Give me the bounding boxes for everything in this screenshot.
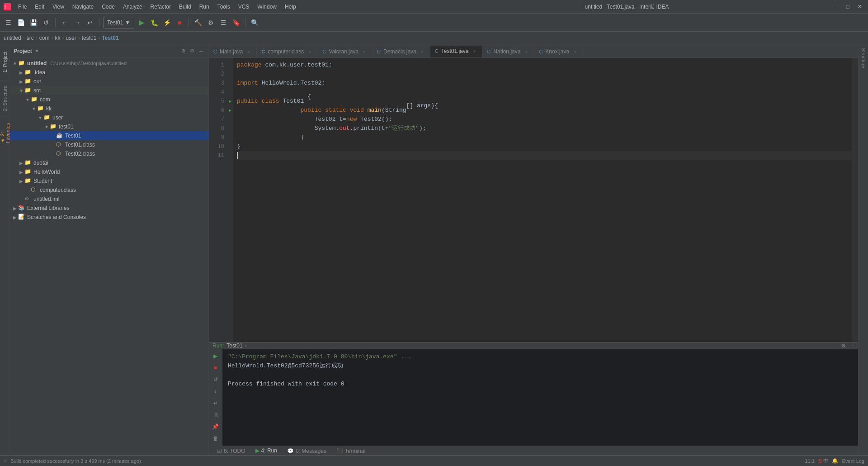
tree-student[interactable]: ▶ 📁 Student bbox=[10, 176, 208, 185]
collapse-icon[interactable]: ─ bbox=[198, 48, 205, 55]
run-rerun-btn[interactable]: ↺ bbox=[211, 375, 220, 384]
menu-analyze[interactable]: Analyze bbox=[119, 3, 146, 11]
gutter-5[interactable]: ▶ bbox=[227, 97, 233, 106]
tree-duotai[interactable]: ▶ 📁 duotai bbox=[10, 158, 208, 167]
menu-refactor[interactable]: Refactor bbox=[147, 3, 175, 11]
debug-button[interactable]: 🐛 bbox=[149, 17, 160, 28]
encoding-indicator[interactable]: S 中 bbox=[818, 457, 829, 464]
run-with-coverage-button[interactable]: ⚡ bbox=[161, 17, 172, 28]
run-pin-btn[interactable]: 📌 bbox=[211, 422, 220, 431]
tab-main-java[interactable]: C Main.java × bbox=[209, 46, 257, 57]
tree-src[interactable]: ▼ 📁 src bbox=[10, 86, 208, 95]
tree-test01-folder[interactable]: ▼ 📁 test01 bbox=[10, 122, 208, 131]
tree-out[interactable]: ▶ 📁 out bbox=[10, 77, 208, 86]
run-play-btn[interactable]: ▶ bbox=[211, 352, 220, 361]
run-scroll-down-btn[interactable]: ↓ bbox=[211, 387, 220, 396]
stop-button[interactable]: ■ bbox=[174, 17, 185, 28]
run-arrow-5[interactable]: ▶ bbox=[229, 99, 231, 104]
tab-structure[interactable]: 2: Structure bbox=[0, 81, 9, 117]
tab-demacia-java[interactable]: C Demacia.java × bbox=[373, 46, 430, 57]
close-nation-java[interactable]: × bbox=[523, 48, 529, 55]
tab-nation-java[interactable]: C Nation.java × bbox=[482, 46, 534, 57]
breadcrumb-src[interactable]: src bbox=[27, 35, 34, 41]
event-log[interactable]: Event Log bbox=[842, 458, 864, 464]
close-valoran-java[interactable]: × bbox=[361, 48, 368, 55]
bottom-tab-run[interactable]: ▶ 4: Run bbox=[251, 446, 282, 455]
tree-helloworld[interactable]: ▶ 📁 HelloWorld bbox=[10, 167, 208, 176]
breadcrumb-com[interactable]: com bbox=[39, 35, 50, 41]
bottom-tab-todo[interactable]: ☑ 6: TODO bbox=[212, 446, 250, 455]
run-stop-btn[interactable]: ■ bbox=[211, 363, 220, 372]
tree-untitled-iml[interactable]: ▶ ⚙ untitled.iml bbox=[10, 195, 208, 204]
run-print-btn[interactable]: 🖨 bbox=[211, 410, 220, 419]
breadcrumb-user[interactable]: user bbox=[66, 35, 76, 41]
menu-run[interactable]: Run bbox=[196, 3, 213, 11]
sync-button[interactable]: ↺ bbox=[41, 17, 52, 28]
menu-file[interactable]: File bbox=[14, 3, 30, 11]
tree-Test02-class[interactable]: ▶ ⬡ Test02.class bbox=[10, 149, 208, 158]
run-settings-btn[interactable]: ⚙ bbox=[841, 342, 846, 349]
gutter-6[interactable]: ▶ bbox=[227, 106, 233, 115]
settings-button[interactable]: ⚙ bbox=[205, 17, 216, 28]
save-button[interactable]: 💾 bbox=[28, 17, 39, 28]
menu-navigate[interactable]: Navigate bbox=[69, 3, 97, 11]
run-arrow-6[interactable]: ▶ bbox=[229, 108, 231, 113]
close-button[interactable]: ✕ bbox=[854, 2, 864, 12]
tree-com[interactable]: ▼ 📁 com bbox=[10, 95, 208, 104]
tree-kk[interactable]: ▼ 📁 kk bbox=[10, 104, 208, 113]
breadcrumb-test01[interactable]: test01 bbox=[82, 35, 97, 41]
close-test01-java[interactable]: × bbox=[471, 48, 477, 54]
tab-knox-java[interactable]: C Knox.java × bbox=[534, 46, 583, 57]
bookmarks-button[interactable]: 🔖 bbox=[231, 17, 241, 28]
tree-scratches[interactable]: ▶ 📝 Scratches and Consoles bbox=[10, 213, 208, 222]
menu-vcs[interactable]: VCS bbox=[235, 3, 253, 11]
position-indicator[interactable]: 11:1 bbox=[805, 458, 814, 464]
run-button[interactable]: ▶ bbox=[136, 17, 147, 28]
menu-tools[interactable]: Tools bbox=[214, 3, 234, 11]
menu-window[interactable]: Window bbox=[254, 3, 280, 11]
settings-header-icon[interactable]: ⚙ bbox=[189, 48, 196, 55]
maximize-button[interactable]: □ bbox=[843, 2, 853, 12]
find-button[interactable]: 🔍 bbox=[249, 17, 260, 28]
run-minimize-btn[interactable]: ─ bbox=[850, 342, 854, 349]
code-editor[interactable]: 1 2 3 4 5 6 7 8 9 10 11 bbox=[209, 58, 858, 342]
tree-user[interactable]: ▼ 📁 user bbox=[10, 113, 208, 122]
tree-external-libraries[interactable]: ▶ 📚 External Libraries bbox=[10, 204, 208, 213]
breadcrumb-untitled[interactable]: untitled bbox=[4, 35, 21, 41]
breadcrumb-Test01[interactable]: Test01 bbox=[102, 35, 118, 41]
tab-project[interactable]: 1: Project bbox=[0, 44, 9, 81]
menu-help[interactable]: Help bbox=[281, 3, 300, 11]
bottom-tab-terminal[interactable]: ⬛ Terminal bbox=[332, 446, 370, 455]
menu-edit[interactable]: Edit bbox=[31, 3, 48, 11]
close-knox-java[interactable]: × bbox=[572, 48, 578, 55]
back-button[interactable]: ← bbox=[59, 17, 70, 28]
bottom-tab-messages[interactable]: 💬 0: Messages bbox=[283, 446, 331, 455]
tree-untitled[interactable]: ▼ 📁 untitled C:\Users\hqk\Desktop\java\u… bbox=[10, 59, 208, 68]
notification-icon[interactable]: 🔔 bbox=[832, 458, 838, 464]
tab-computer-class[interactable]: C computer.class × bbox=[257, 46, 318, 57]
tab-valoran-java[interactable]: C Valoran.java × bbox=[318, 46, 373, 57]
forward-button[interactable]: → bbox=[72, 17, 83, 28]
close-computer-class[interactable]: × bbox=[307, 48, 313, 55]
locate-icon[interactable]: ⊕ bbox=[179, 48, 187, 55]
tree-idea[interactable]: ▶ 📁 .idea bbox=[10, 68, 208, 77]
tree-Test01-java[interactable]: ▶ ☕ Test01 bbox=[10, 131, 208, 140]
build-button[interactable]: 🔨 bbox=[193, 17, 203, 28]
close-run-tab[interactable]: × bbox=[245, 343, 247, 348]
tab-favorites[interactable]: ★ 2: Favorites bbox=[0, 117, 9, 144]
run-tab[interactable]: Test01 × bbox=[226, 342, 247, 349]
tree-Test01-class[interactable]: ▶ ⬡ Test01.class bbox=[10, 140, 208, 149]
undo-button[interactable]: ↩ bbox=[85, 17, 95, 28]
close-demacia-java[interactable]: × bbox=[419, 48, 425, 55]
menu-view[interactable]: View bbox=[49, 3, 68, 11]
sdk-config-button[interactable]: ☰ bbox=[218, 17, 229, 28]
menu-build[interactable]: Build bbox=[175, 3, 195, 11]
close-main-java[interactable]: × bbox=[245, 48, 252, 55]
right-tab-structure[interactable]: Structure bbox=[859, 44, 868, 71]
minimize-button[interactable]: ─ bbox=[831, 2, 841, 12]
tab-test01-java[interactable]: C Test01.java × bbox=[430, 46, 483, 57]
app-menu-button[interactable]: ☰ bbox=[3, 17, 14, 28]
menu-code[interactable]: Code bbox=[98, 3, 118, 11]
breadcrumb-kk[interactable]: kk bbox=[55, 35, 60, 41]
run-config-selector[interactable]: Test01 ▼ bbox=[103, 17, 134, 29]
